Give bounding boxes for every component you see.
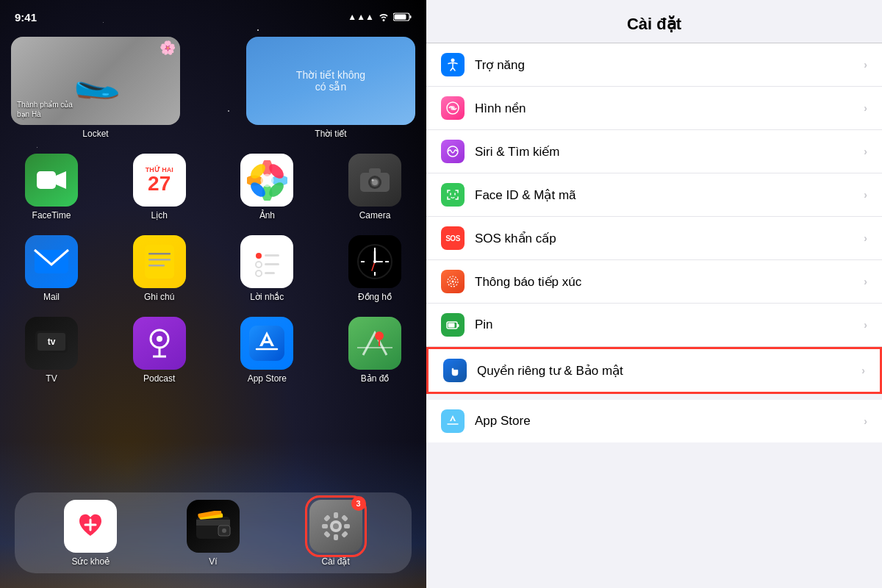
wallet-label: Ví — [209, 556, 217, 567]
appstore-settings-chevron: › — [864, 415, 867, 427]
tv-label: TV — [46, 373, 57, 384]
siri-chevron: › — [864, 146, 867, 157]
calendar-day: 27 — [148, 173, 171, 194]
reminders-label: Lời nhắc — [250, 292, 284, 302]
contact-icon — [441, 270, 465, 293]
privacy-chevron: › — [861, 365, 865, 376]
section-separator — [426, 394, 882, 400]
app-row-1: FaceTime THỨ HAI 27 Lịch — [11, 154, 415, 220]
settings-item-wallpaper[interactable]: Hình nền › — [426, 87, 882, 130]
wallpaper-label: Hình nền — [475, 101, 864, 116]
settings-list: Trợ năng › Hình nền › Sir — [426, 43, 882, 442]
svg-rect-83 — [448, 323, 455, 328]
svg-point-20 — [371, 179, 373, 182]
weather-text: Thời tiết khôngcó sẵn — [296, 69, 365, 93]
settings-item-sos[interactable]: SOS SOS khẩn cấp › — [426, 217, 882, 260]
svg-rect-2 — [395, 15, 406, 20]
appstore-settings-label: App Store — [475, 414, 864, 429]
svg-point-42 — [373, 260, 376, 263]
clock-label: Đồng hồ — [358, 292, 392, 302]
dock: Sức khoẻ Ví — [15, 492, 412, 573]
app-clock[interactable]: Đồng hồ — [334, 235, 415, 302]
svg-rect-30 — [265, 263, 279, 265]
faceid-label: Face ID & Mật mã — [475, 187, 864, 203]
app-row-3: tv TV Podcast — [11, 317, 415, 384]
svg-point-74 — [451, 106, 455, 110]
battery-chevron: › — [864, 319, 867, 331]
dock-settings[interactable]: 3 Cài đặt — [303, 500, 369, 567]
mail-icon-svg — [33, 248, 70, 275]
wallpaper-icon-svg — [445, 101, 460, 115]
locket-label: Locket — [82, 129, 108, 139]
camera-icon-svg — [359, 167, 391, 193]
appstore-icon-svg — [249, 326, 284, 361]
shoe-image: 🥿 — [69, 56, 121, 106]
app-calendar[interactable]: THỨ HAI 27 Lịch — [119, 154, 200, 220]
app-maps[interactable]: Bản đồ — [334, 317, 415, 384]
app-podcast[interactable]: Podcast — [119, 317, 200, 384]
wallet-icon-svg — [195, 511, 232, 542]
faceid-chevron: › — [864, 189, 867, 201]
svg-rect-23 — [148, 253, 171, 255]
status-time: 9:41 — [15, 11, 37, 24]
accessibility-chevron: › — [864, 59, 867, 71]
svg-point-14 — [260, 173, 273, 187]
svg-point-27 — [256, 253, 262, 259]
signal-icon: ▲▲▲ — [348, 12, 374, 22]
battery-label: Pin — [475, 318, 864, 332]
app-reminders[interactable]: Lời nhắc — [226, 235, 307, 302]
dock-health[interactable]: Sức khoẻ — [57, 500, 123, 567]
faceid-icon-svg — [445, 187, 460, 202]
battery-icon — [393, 12, 412, 21]
wallpaper-icon — [441, 96, 465, 120]
siri-label: Siri & Tìm kiếm — [475, 144, 864, 159]
camera-label: Camera — [359, 210, 391, 220]
weather-widget[interactable]: Thời tiết khôngcó sẵn — [246, 37, 415, 125]
sos-label: SOS khẩn cấp — [475, 231, 864, 246]
locket-widget[interactable]: 🥿 🌸 Thành phẩm củabạn Hà — [11, 37, 180, 125]
app-camera[interactable]: Camera — [334, 154, 415, 220]
app-photos[interactable]: Ảnh — [226, 154, 307, 220]
health-icon-svg — [72, 508, 109, 545]
settings-item-accessibility[interactable]: Trợ năng › — [426, 43, 882, 87]
status-icons: ▲▲▲ — [348, 12, 412, 22]
faceid-icon — [441, 183, 465, 207]
svg-point-80 — [452, 281, 454, 283]
svg-rect-3 — [37, 171, 56, 189]
settings-item-appstore[interactable]: App Store › — [426, 400, 882, 442]
svg-marker-4 — [56, 171, 66, 189]
app-appstore[interactable]: App Store — [226, 317, 307, 384]
appstore-label: App Store — [248, 373, 287, 384]
svg-point-72 — [451, 59, 455, 62]
app-facetime[interactable]: FaceTime — [11, 154, 92, 220]
privacy-label: Quyền riêng tư & Bảo mật — [477, 363, 861, 379]
accessibility-label: Trợ năng — [475, 57, 864, 73]
dock-wallet[interactable]: Ví — [180, 500, 246, 567]
settings-item-contact[interactable]: Thông báo tiếp xúc › — [426, 260, 882, 304]
battery-settings-icon-svg — [445, 318, 460, 332]
weather-label: Thời tiết — [315, 129, 346, 139]
app-mail[interactable]: Mail — [11, 235, 92, 302]
settings-item-privacy-wrapper: Quyền riêng tư & Bảo mật › — [426, 347, 882, 394]
widget-locket-container: 🥿 🌸 Thành phẩm củabạn Hà Locket — [11, 37, 180, 139]
svg-rect-16 — [369, 168, 381, 174]
settings-item-battery[interactable]: Pin › — [426, 304, 882, 347]
svg-rect-28 — [265, 254, 279, 257]
wallpaper-chevron: › — [864, 102, 867, 114]
reminders-icon-svg — [250, 243, 284, 281]
settings-panel: Cài đặt Trợ năng › — [426, 0, 882, 588]
app-tv[interactable]: tv TV — [11, 317, 92, 384]
svg-rect-1 — [410, 15, 412, 18]
status-bar: 9:41 ▲▲▲ — [0, 6, 426, 28]
svg-point-49 — [157, 336, 162, 342]
svg-point-75 — [448, 146, 458, 157]
settings-item-faceid[interactable]: Face ID & Mật mã › — [426, 173, 882, 217]
settings-item-privacy[interactable]: Quyền riêng tư & Bảo mật › — [429, 349, 880, 392]
app-notes[interactable]: Ghi chú — [119, 235, 200, 302]
settings-badge: 3 — [351, 496, 366, 511]
svg-point-52 — [375, 331, 384, 340]
appstore-settings-icon-svg — [445, 414, 460, 429]
settings-item-siri[interactable]: Siri & Tìm kiếm › — [426, 130, 882, 173]
photos-label: Ảnh — [259, 210, 275, 220]
facetime-icon-svg — [35, 168, 68, 192]
